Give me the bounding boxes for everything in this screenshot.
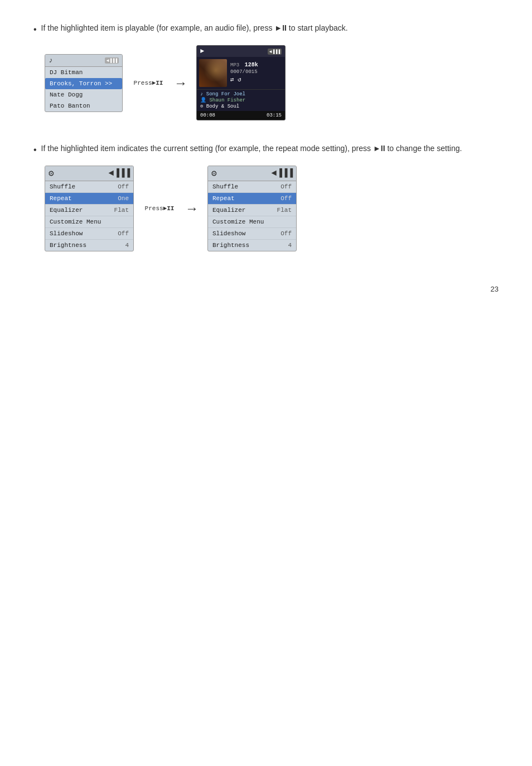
playback-info: MP3 128k 0007/0015 ⇄ ↺	[230, 59, 283, 87]
section-1-play-button-ref: ►II	[274, 23, 287, 32]
press-text-1: Press	[134, 80, 152, 86]
slideshow-name-before: Slideshow	[50, 230, 83, 237]
shuffle-value-after: Off	[280, 183, 292, 190]
playback-time: 00:08 03:15	[197, 111, 285, 120]
music-list: DJ Bitman Brooks, Torron >> Nate Dogg Pa…	[45, 67, 122, 111]
album-name: ⊙ Body & Soul	[200, 103, 282, 109]
section-2-text: If the highlighted item indicates the cu…	[41, 143, 499, 154]
repeat-name-after: Repeat	[212, 195, 235, 202]
before-battery: ◄▐▐▐	[105, 57, 119, 64]
before-equalizer: Equalizer Flat	[45, 205, 133, 216]
before-customize: Customize Menu	[45, 216, 133, 228]
repeat-value-before: One	[118, 195, 129, 202]
before-playback-screen: ♪ ◄▐▐▐ DJ Bitman Brooks, Torron >> Nate …	[45, 54, 123, 112]
bitrate-label: 128k	[245, 62, 258, 68]
settings-icon-after: ⚙	[211, 168, 217, 179]
after-battery: ◄▐▐▐	[268, 49, 282, 55]
arrow-2: →	[185, 201, 199, 216]
section-2-text-pre: If the highlighted item indicates the cu…	[41, 144, 373, 153]
before-settings-battery: ◄▐▐▐	[109, 168, 130, 178]
song-title: ♪ Song For Joel	[200, 91, 282, 97]
customize-name-before: Customize Menu	[50, 219, 101, 225]
brightness-value-before: 4	[125, 242, 129, 249]
slideshow-name-after: Slideshow	[212, 230, 245, 237]
playback-body: MP3 128k 0007/0015 ⇄ ↺	[197, 57, 285, 89]
section-1-text-post: to start playback.	[287, 23, 348, 32]
eq-value-after: Flat	[277, 207, 292, 214]
playback-controls: ⇄ ↺	[230, 76, 283, 83]
section-2-description: • If the highlighted item indicates the …	[33, 143, 499, 157]
time-elapsed: 00:08	[200, 113, 215, 118]
eq-value-before: Flat	[114, 207, 129, 214]
section-2-text-post: to change the setting.	[385, 144, 462, 153]
settings-icon-before: ⚙	[49, 168, 54, 179]
before-settings-header: ⚙ ◄▐▐▐	[45, 166, 133, 181]
section-1-description: • If the highlighted item is playable (f…	[33, 22, 499, 36]
before-settings-list: Shuffle Off Repeat One Equalizer Flat Cu…	[45, 181, 133, 251]
before-settings-screen: ⚙ ◄▐▐▐ Shuffle Off Repeat One Equalizer …	[45, 166, 134, 251]
format-label: MP3	[230, 62, 239, 68]
before-repeat: Repeat One	[45, 193, 133, 205]
after-settings-screen: ⚙ ◄▐▐▐ Shuffle Off Repeat Off Equalizer …	[207, 166, 297, 251]
press-label-2: Press►II	[143, 205, 176, 212]
list-item-dj-bitman: DJ Bitman	[45, 67, 122, 78]
before-slideshow: Slideshow Off	[45, 228, 133, 240]
shuffle-value-before: Off	[118, 183, 129, 190]
section-2: • If the highlighted item indicates the …	[33, 143, 499, 251]
list-item-pato: Pato Banton	[45, 100, 122, 111]
press-text-2: Press	[145, 205, 163, 212]
after-brightness: Brightness 4	[208, 240, 296, 251]
brightness-name-before: Brightness	[50, 242, 86, 249]
album-art-inner	[199, 59, 227, 87]
after-equalizer: Equalizer Flat	[208, 205, 296, 216]
brightness-value-after: 4	[288, 242, 292, 249]
list-item-brooks: Brooks, Torron >>	[45, 78, 122, 89]
after-settings-header: ⚙ ◄▐▐▐	[208, 166, 296, 181]
section-2-diagram: ⚙ ◄▐▐▐ Shuffle Off Repeat One Equalizer …	[45, 166, 499, 251]
playback-footer: ♪ Song For Joel 👤 Shaun Fisher ⊙ Body & …	[197, 89, 285, 111]
section-1-text: If the highlighted item is playable (for…	[41, 22, 499, 34]
page-content: • If the highlighted item is playable (f…	[33, 22, 499, 293]
shuffle-name-after: Shuffle	[212, 183, 238, 190]
section-1-text-pre: If the highlighted item is playable (for…	[41, 23, 275, 32]
before-screen-header: ♪ ◄▐▐▐	[45, 55, 122, 67]
brightness-name-after: Brightness	[212, 242, 249, 249]
after-slideshow: Slideshow Off	[208, 228, 296, 240]
after-settings-list: Shuffle Off Repeat Off Equalizer Flat Cu…	[208, 181, 296, 251]
bullet-2: •	[33, 143, 37, 157]
format-bitrate: MP3 128k	[230, 59, 283, 69]
after-repeat: Repeat Off	[208, 193, 296, 205]
after-playback-screen: ► ◄▐▐▐ MP3 128k 0007/0015 ⇄ ↺	[196, 45, 286, 120]
after-shuffle: Shuffle Off	[208, 181, 296, 193]
track-number: 0007/0015	[230, 69, 283, 75]
shuffle-name-before: Shuffle	[50, 183, 75, 190]
after-customize: Customize Menu	[208, 216, 296, 228]
press-button-icon-2: ►II	[163, 205, 175, 212]
time-total: 03:15	[267, 113, 282, 118]
playback-header: ► ◄▐▐▐	[197, 46, 285, 57]
repeat-name-before: Repeat	[50, 195, 72, 202]
repeat-value-after: Off	[280, 195, 292, 202]
bullet-1: •	[33, 23, 37, 36]
list-item-nate: Nate Dogg	[45, 89, 122, 100]
before-brightness: Brightness 4	[45, 240, 133, 251]
press-button-icon-1: ►II	[152, 80, 163, 86]
arrow-1: →	[174, 75, 187, 91]
eq-name-before: Equalizer	[50, 207, 83, 214]
slideshow-value-after: Off	[280, 230, 292, 237]
after-settings-battery: ◄▐▐▐	[272, 168, 293, 178]
artist-name: 👤 Shaun Fisher	[200, 97, 282, 103]
page-number: 23	[33, 285, 499, 293]
customize-name-after: Customize Menu	[212, 219, 264, 225]
play-icon: ►	[200, 47, 204, 55]
section-2-play-button-ref: ►II	[373, 144, 385, 153]
album-art	[199, 59, 227, 87]
slideshow-value-before: Off	[118, 230, 129, 237]
eq-name-after: Equalizer	[212, 207, 245, 214]
section-1-diagram: ♪ ◄▐▐▐ DJ Bitman Brooks, Torron >> Nate …	[45, 45, 499, 120]
before-shuffle: Shuffle Off	[45, 181, 133, 193]
music-icon: ♪	[49, 56, 53, 65]
press-label-1: Press►II	[132, 80, 165, 86]
section-1: • If the highlighted item is playable (f…	[33, 22, 499, 120]
